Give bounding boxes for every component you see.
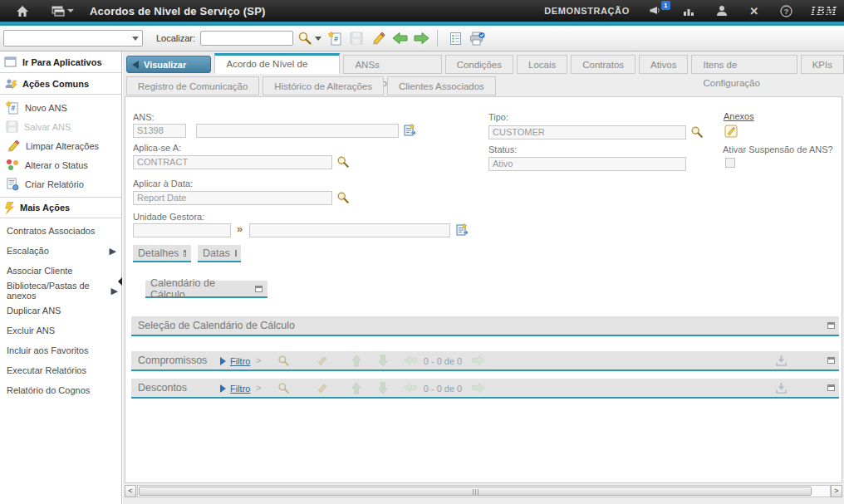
scrollbar-thumb[interactable] [139, 487, 812, 496]
tab-registro-de-comunicacao[interactable]: Registro de Comunicação [126, 76, 259, 95]
unidade-gestora-description-field[interactable] [249, 223, 450, 237]
sidebar-item-biblioteca-pastas-de-anexos[interactable]: Biblioteca/Pastas de anexos▶ [0, 281, 121, 301]
tab-contratos[interactable]: Contratos [571, 55, 635, 74]
scroll-right-button[interactable]: > [831, 485, 842, 497]
horizontal-scrollbar[interactable]: < > [125, 485, 842, 497]
sidebar-item-criar-relatorio[interactable]: Criar Relatório [0, 174, 121, 193]
move-down-icon[interactable] [377, 382, 389, 394]
report-button[interactable] [445, 28, 465, 48]
tab-condicoes[interactable]: Condições [445, 55, 513, 74]
previous-page-icon[interactable] [404, 382, 417, 394]
lookup-magnifier-icon[interactable] [336, 155, 350, 169]
sidebar-item-executar-relatorios[interactable]: Executar Relatórios [0, 360, 121, 380]
search-icon[interactable] [277, 382, 290, 394]
home-button[interactable] [8, 0, 37, 22]
find-input[interactable] [200, 31, 293, 46]
sidebar-item-go-to-applications[interactable]: Ir Para Aplicativos [0, 51, 121, 73]
next-record-button[interactable] [411, 28, 431, 48]
maximize-icon[interactable] [827, 384, 835, 391]
tab-historico-de-alteracoes[interactable]: Histórico de Alterações [263, 76, 384, 95]
attachments-icon[interactable] [724, 125, 738, 138]
drilldown-chevrons-icon[interactable]: » [237, 223, 243, 235]
sidebar-item-novo-ans[interactable]: # Novo ANS [0, 98, 121, 117]
sidebar-collapse-handle[interactable] [118, 277, 122, 286]
filter-link[interactable]: Filtro [230, 356, 250, 366]
clear-changes-button[interactable] [368, 28, 388, 48]
section-datas-button[interactable]: Datas [198, 245, 241, 262]
sidebar-item-label: Biblioteca/Pastas de anexos [7, 281, 111, 301]
anexos-link[interactable]: Anexos [724, 111, 754, 121]
tab-itens-de-configuracao[interactable]: Itens de Configuração [691, 55, 797, 74]
sidebar-item-escalacao[interactable]: Escalação▶ [0, 241, 121, 261]
new-record-button[interactable]: # [325, 28, 345, 48]
sidebar-item-incluir-aos-favoritos[interactable]: Incluir aos Favoritos [0, 340, 121, 360]
filter-link[interactable]: Filtro [230, 384, 250, 394]
print-button[interactable] [467, 28, 487, 48]
scroll-left-button[interactable]: < [125, 485, 136, 497]
filter-expand-icon[interactable] [220, 384, 226, 393]
tipo-field[interactable]: CUSTOMER [488, 125, 686, 139]
tab-locais[interactable]: Locais [517, 55, 567, 74]
ans-field[interactable]: S1398 [133, 124, 186, 138]
tab-kpis[interactable]: KPIs [801, 55, 844, 74]
search-icon[interactable] [277, 355, 290, 367]
sidebar-item-alterar-o-status[interactable]: Alterar o Status [0, 155, 121, 174]
filter-expand-icon[interactable] [220, 357, 226, 365]
download-icon[interactable] [775, 382, 788, 394]
lookup-magnifier-icon[interactable] [690, 125, 704, 139]
aplica-se-a-field[interactable]: CONTRACT [133, 155, 332, 169]
sidebar-item-contratos-associados[interactable]: Contratos Associados [0, 221, 121, 241]
tab-ativos[interactable]: Ativos [639, 55, 688, 74]
move-down-icon[interactable] [377, 355, 389, 367]
detail-menu-icon[interactable] [455, 223, 469, 236]
previous-record-button[interactable] [390, 28, 410, 48]
edit-pencil-icon[interactable] [316, 355, 328, 366]
sidebar-item-limpar-alteracoes[interactable]: Limpar Alterações [0, 136, 121, 155]
help-button[interactable]: ? [778, 0, 795, 22]
status-field[interactable]: Ativo [488, 157, 686, 171]
next-page-icon[interactable] [472, 382, 485, 394]
sidebar-section-more-actions[interactable]: Mais Ações [0, 197, 121, 218]
sidebar-item-associar-cliente[interactable]: Associar Cliente [0, 261, 121, 281]
app-switcher-button[interactable] [48, 0, 76, 22]
announcements-button[interactable]: 1 [649, 0, 665, 22]
chevron-right-icon[interactable]: > [256, 355, 261, 365]
scrollbar-track[interactable] [137, 485, 831, 497]
previous-page-icon[interactable] [404, 355, 417, 366]
reports-button[interactable] [681, 0, 698, 22]
long-description-icon[interactable] [403, 123, 416, 136]
unidade-gestora-field[interactable] [133, 223, 231, 237]
chevron-right-icon[interactable]: > [256, 383, 261, 393]
sidebar-item-relatorio-do-cognos[interactable]: Relatório do Cognos [0, 380, 121, 400]
section-detalhes-button[interactable]: Detalhes [133, 245, 191, 262]
sidebar-item-salvar-ans[interactable]: Salvar ANS [0, 117, 121, 136]
compromissos-panel-header[interactable]: Compromissos Filtro > 0 - 0 de 0 [131, 351, 839, 371]
suspensao-checkbox[interactable] [725, 158, 735, 168]
tab-anss-relacionados[interactable]: ANSs Relacionados [343, 55, 441, 74]
move-up-icon[interactable] [351, 355, 362, 367]
sidebar-item-excluir-ans[interactable]: Excluir ANS [0, 321, 121, 340]
search-button[interactable] [295, 28, 315, 48]
sidebar-item-duplicar-ans[interactable]: Duplicar ANS [0, 301, 121, 321]
maximize-icon[interactable] [827, 322, 835, 329]
tab-clientes-associados[interactable]: Clientes Associados [387, 76, 496, 95]
section-calendario-button[interactable]: Calendário de Cálculo [145, 281, 267, 298]
selecao-calendario-panel-header[interactable]: Seleção de Calendário de Cálculo [131, 316, 839, 336]
view-list-button[interactable]: Visualizar Lista [126, 56, 211, 73]
download-icon[interactable] [775, 355, 788, 367]
edit-pencil-icon[interactable] [316, 382, 328, 394]
descontos-panel-header[interactable]: Descontos Filtro > 0 - 0 de 0 [131, 379, 839, 399]
profile-button[interactable] [714, 0, 730, 22]
save-button[interactable] [346, 28, 366, 48]
ans-description-field[interactable] [196, 124, 399, 138]
sidebar-section-common-actions[interactable]: Ações Comuns [0, 73, 121, 95]
next-page-icon[interactable] [472, 355, 485, 366]
record-combo[interactable] [3, 30, 143, 46]
move-up-icon[interactable] [351, 382, 362, 394]
tab-acordo-de-nivel-de-servico[interactable]: Acordo de Nível de Serviço [214, 53, 340, 74]
lookup-magnifier-icon[interactable] [336, 191, 350, 204]
aplicar-a-data-field[interactable]: Report Date [133, 191, 332, 205]
logout-button[interactable]: ✕ [746, 0, 763, 22]
search-options-caret[interactable] [315, 37, 321, 41]
maximize-icon[interactable] [827, 357, 835, 364]
